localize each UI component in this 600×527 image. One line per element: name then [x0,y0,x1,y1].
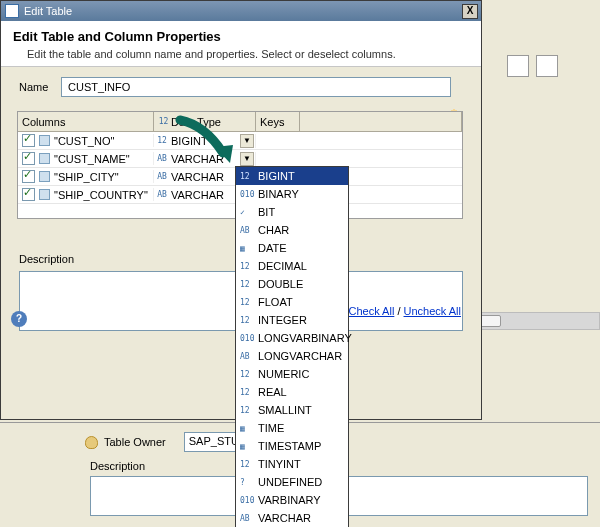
option-label: TINYINT [258,458,301,470]
datatype-option[interactable]: 12FLOAT [236,293,348,311]
column-name: "CUST_NAME" [54,153,130,165]
datatype-option[interactable]: ABCHAR [236,221,348,239]
option-label: CHAR [258,224,289,236]
type-icon: 12 [240,262,254,271]
datatype-option[interactable]: ?UNDEFINED [236,473,348,491]
check-all-link[interactable]: Check All [348,305,394,317]
option-label: TIME [258,422,284,434]
datatype-option[interactable]: 12NUMERIC [236,365,348,383]
datatype-option[interactable]: 12REAL [236,383,348,401]
datatype-value: BIGINT [171,135,237,147]
footer-description-label: Description [90,460,145,472]
dialog-subheading: Edit the table and column name and prope… [27,48,469,60]
type-icon: AB [156,172,168,181]
option-label: SMALLINT [258,404,312,416]
col-header-keys[interactable]: Keys [256,112,300,132]
col-header-columns[interactable]: Columns [18,112,154,132]
type-icon: ▦ [240,424,254,433]
type-icon: ? [240,478,254,487]
name-label: Name [19,81,55,93]
type-icon: ▦ [240,244,254,253]
type-icon: ▦ [240,442,254,451]
row-checkbox[interactable] [22,170,35,183]
type-icon: 010 [240,190,254,199]
column-icon [39,135,50,146]
dialog-heading: Edit Table and Column Properties [13,29,469,44]
option-label: DECIMAL [258,260,307,272]
row-checkbox[interactable] [22,152,35,165]
datatype-option[interactable]: ABVARCHAR [236,509,348,527]
datatype-option[interactable]: 010LONGVARBINARY [236,329,348,347]
bg-icon-button-1[interactable] [507,55,529,77]
option-label: TIMESTAMP [258,440,321,452]
option-label: FLOAT [258,296,293,308]
app-icon [5,4,19,18]
option-label: LONGVARBINARY [258,332,352,344]
datatype-option[interactable]: 12DECIMAL [236,257,348,275]
col-header-datatype[interactable]: 12Data Type [154,112,256,132]
option-label: REAL [258,386,287,398]
option-label: BIGINT [258,170,295,182]
datatype-dropdown[interactable]: 12BIGINT010BINARY✓BITABCHAR▦DATE12DECIMA… [235,166,349,527]
type-icon: 12 [240,172,254,181]
datatype-option[interactable]: ▦TIME [236,419,348,437]
option-label: LONGVARCHAR [258,350,342,362]
type-icon: AB [156,190,168,199]
datatype-option[interactable]: 010VARBINARY [236,491,348,509]
uncheck-all-link[interactable]: Uncheck All [404,305,461,317]
column-icon [39,189,50,200]
option-label: BINARY [258,188,299,200]
option-label: INTEGER [258,314,307,326]
type-icon: 12 [240,370,254,379]
type-icon: 12 [240,388,254,397]
col-header-extra [300,112,462,132]
datatype-option[interactable]: 12SMALLINT [236,401,348,419]
type-icon: 010 [240,334,254,343]
column-icon [39,171,50,182]
column-name: "CUST_NO" [54,135,114,147]
type-icon: AB [156,154,168,163]
table-name-input[interactable] [61,77,451,97]
column-icon [39,153,50,164]
datatype-option[interactable]: 12DOUBLE [236,275,348,293]
option-label: UNDEFINED [258,476,322,488]
table-owner-label: Table Owner [104,436,166,448]
datatype-option[interactable]: ✓BIT [236,203,348,221]
datatype-option[interactable]: 12TINYINT [236,455,348,473]
row-checkbox[interactable] [22,134,35,147]
type-icon: 010 [240,496,254,505]
bg-icon-button-2[interactable] [536,55,558,77]
table-row[interactable]: "CUST_NO"12BIGINT▼ [18,132,462,150]
owner-icon [85,436,98,449]
option-label: DATE [258,242,287,254]
datatype-value: VARCHAR [171,189,237,201]
datatype-option[interactable]: ▦DATE [236,239,348,257]
option-label: BIT [258,206,275,218]
datatype-value: VARCHAR [171,153,237,165]
column-name: "SHIP_COUNTRY" [54,189,148,201]
check-links: Check All / Uncheck All [348,305,461,317]
datatype-value: VARCHAR [171,171,237,183]
titlebar[interactable]: Edit Table X [1,1,481,21]
option-label: VARBINARY [258,494,321,506]
chevron-down-icon[interactable]: ▼ [240,152,254,166]
type-icon: AB [240,226,254,235]
type-icon: ✓ [240,208,254,217]
datatype-option[interactable]: ▦TIMESTAMP [236,437,348,455]
type-icon: AB [240,514,254,523]
row-checkbox[interactable] [22,188,35,201]
option-label: NUMERIC [258,368,309,380]
close-icon[interactable]: X [462,4,478,19]
chevron-down-icon[interactable]: ▼ [240,134,254,148]
type-icon: 12 [240,298,254,307]
datatype-option[interactable]: 12INTEGER [236,311,348,329]
option-label: DOUBLE [258,278,303,290]
help-icon[interactable]: ? [11,311,27,327]
datatype-option[interactable]: ABLONGVARCHAR [236,347,348,365]
datatype-option[interactable]: 12BIGINT [236,167,348,185]
title-text: Edit Table [24,5,72,17]
datatype-option[interactable]: 010BINARY [236,185,348,203]
numeric-icon: 12 [158,117,169,126]
dialog-header: Edit Table and Column Properties Edit th… [1,21,481,67]
column-name: "SHIP_CITY" [54,171,119,183]
